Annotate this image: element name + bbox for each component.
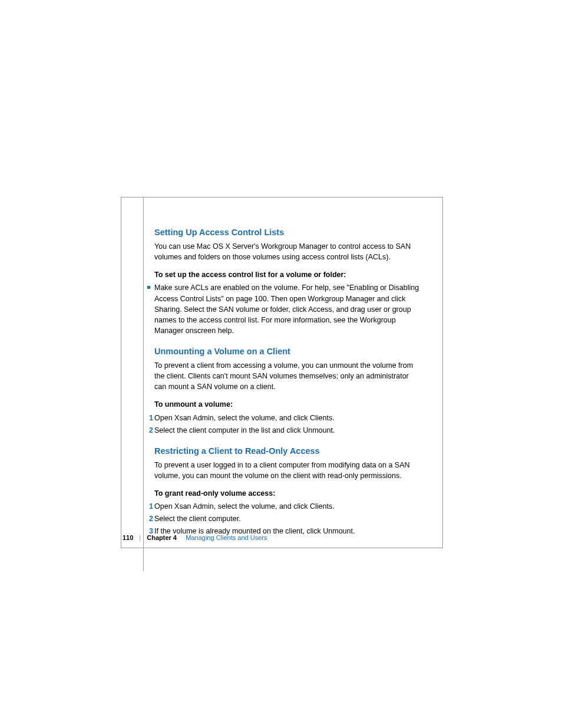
footer-divider: | [139,534,141,541]
step-number: 2 [146,513,153,524]
step-number: 1 [146,501,153,512]
section-acl: Setting Up Access Control Lists You can … [154,226,422,336]
list-item-text: Select the client computer in the list a… [154,426,335,434]
list-item: 1 Open Xsan Admin, select the volume, an… [154,501,422,512]
page-content: Setting Up Access Control Lists You can … [154,226,422,546]
left-margin-rule [143,197,144,571]
step-number: 1 [146,413,153,423]
procedure-lead: To grant read-only volume access: [154,488,422,499]
list-item-text: Open Xsan Admin, select the volume, and … [154,502,335,510]
list-item-text: Open Xsan Admin, select the volume, and … [154,414,335,422]
list-item: 2 Select the client computer in the list… [154,425,422,436]
section-heading: Unmounting a Volume on a Client [154,345,422,358]
page-footer: 110 | Chapter 4 Managing Clients and Use… [123,534,267,541]
list-item-text: Select the client computer. [154,515,241,523]
list-item: 2 Select the client computer. [154,513,422,524]
list-item: 1 Open Xsan Admin, select the volume, an… [154,413,422,423]
section-heading: Restricting a Client to Read-Only Access [154,445,422,457]
section-heading: Setting Up Access Control Lists [154,226,422,239]
bullet-icon [147,286,150,289]
procedure-lead: To unmount a volume: [154,399,422,410]
section-intro: You can use Mac OS X Server's Workgroup … [154,241,422,262]
section-intro: To prevent a user logged in to a client … [154,460,422,481]
step-number: 2 [146,425,153,436]
section-readonly: Restricting a Client to Read-Only Access… [154,445,422,537]
list-item-text: Make sure ACLs are enabled on the volume… [154,284,419,335]
list-item: Make sure ACLs are enabled on the volume… [154,282,422,336]
page-number: 110 [123,534,133,541]
chapter-title: Managing Clients and Users [186,534,267,541]
section-intro: To prevent a client from accessing a vol… [154,360,422,392]
procedure-lead: To set up the access control list for a … [154,269,422,280]
chapter-label: Chapter 4 [147,534,177,541]
section-unmount: Unmounting a Volume on a Client To preve… [154,345,422,436]
